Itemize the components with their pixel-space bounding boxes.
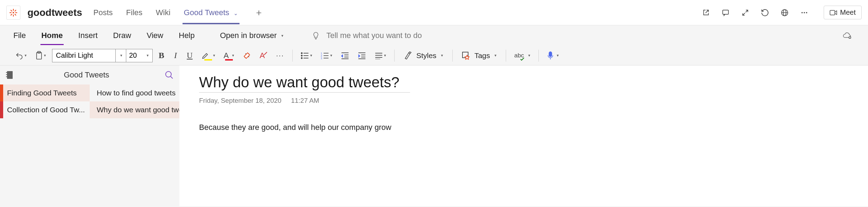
globe-icon[interactable] [780, 8, 789, 17]
page-item[interactable]: Why do we want good twe... [90, 101, 179, 118]
page-canvas[interactable]: Why do we want good tweets? Friday, Sept… [179, 65, 868, 206]
svg-rect-45 [549, 52, 552, 57]
outdent-button[interactable] [338, 49, 352, 62]
expand-icon[interactable] [741, 8, 750, 17]
svg-rect-48 [6, 74, 7, 75]
tell-me-input[interactable] [326, 31, 467, 40]
bullet-list-button[interactable]: ▾ [298, 49, 315, 62]
svg-rect-15 [830, 10, 835, 15]
font-name-input[interactable] [52, 49, 116, 62]
tab-posts[interactable]: Posts [92, 1, 114, 24]
nav-columns: Finding Good Tweets Collection of Good T… [0, 84, 179, 206]
italic-button[interactable]: I [170, 49, 181, 62]
spellcheck-button[interactable]: abc▾ [512, 49, 532, 62]
underline-button[interactable]: U [184, 49, 195, 62]
search-icon[interactable] [165, 70, 174, 80]
meet-button[interactable]: Meet [824, 6, 862, 19]
svg-point-20 [301, 52, 302, 54]
svg-point-13 [804, 12, 805, 13]
tags-button[interactable]: Tags ▾ [458, 50, 500, 62]
dictate-button[interactable]: ▾ [544, 49, 561, 62]
tell-me-search[interactable] [312, 31, 467, 40]
svg-point-14 [806, 12, 807, 13]
section-item[interactable]: Finding Good Tweets [0, 84, 90, 101]
ribbon-tab-view[interactable]: View [146, 26, 164, 45]
notebook-title[interactable]: Good Tweets [8, 70, 165, 80]
font-size-dropdown[interactable]: ▾ [142, 49, 152, 62]
share-icon[interactable] [701, 8, 710, 17]
styles-icon [404, 51, 413, 60]
svg-line-8 [15, 10, 16, 11]
divider [506, 50, 506, 62]
pages-column: How to find good tweets Why do we want g… [90, 84, 179, 206]
font-color-button[interactable]: A▾ [221, 49, 237, 62]
add-tab-button[interactable]: ＋ [254, 6, 263, 19]
tag-star-icon [462, 51, 471, 60]
svg-point-0 [13, 12, 14, 13]
header-actions: Meet [701, 6, 862, 19]
svg-line-5 [11, 10, 12, 11]
page-item[interactable]: How to find good tweets [90, 84, 179, 101]
svg-point-50 [166, 71, 171, 77]
open-in-browser-button[interactable]: Open in browser ▾ [220, 31, 283, 40]
clipboard-button[interactable]: ▾ [33, 49, 49, 62]
svg-text:1: 1 [321, 52, 322, 55]
font-name-dropdown[interactable]: ▾ [116, 49, 126, 62]
section-item[interactable]: Collection of Good Tw... [0, 101, 90, 118]
tags-label: Tags [474, 51, 490, 60]
svg-text:2: 2 [321, 55, 322, 57]
svg-line-7 [11, 14, 12, 15]
chevron-down-icon: ▾ [441, 53, 443, 58]
page-date: Friday, September 18, 2020 [199, 97, 281, 104]
ribbon-tab-home[interactable]: Home [40, 26, 63, 45]
navigation-panel: Good Tweets Finding Good Tweets Collecti… [0, 65, 179, 206]
align-button[interactable]: ▾ [372, 49, 389, 62]
tab-wiki[interactable]: Wiki [154, 1, 172, 24]
svg-point-22 [301, 55, 302, 56]
more-formatting-button[interactable]: ··· [274, 49, 287, 62]
number-list-button[interactable]: 123▾ [318, 49, 335, 62]
ribbon-tab-draw[interactable]: Draw [113, 26, 132, 45]
ribbon-tab-insert[interactable]: Insert [78, 26, 98, 45]
sections-column: Finding Good Tweets Collection of Good T… [0, 84, 90, 206]
ribbon-tab-help[interactable]: Help [178, 26, 195, 45]
refresh-icon[interactable] [760, 8, 770, 17]
font-selector: ▾ ▾ [52, 49, 153, 62]
page-body[interactable]: Because they are good, and will help our… [199, 123, 848, 132]
svg-line-6 [15, 14, 16, 15]
team-name[interactable]: goodtweets [27, 7, 82, 18]
tab-files[interactable]: Files [125, 1, 144, 24]
more-options-icon[interactable] [800, 8, 809, 17]
clear-formatting-button[interactable] [240, 49, 254, 62]
divider [452, 50, 453, 62]
tab-good-tweets[interactable]: Good Tweets ⌄ [183, 1, 240, 24]
bold-button[interactable]: B [156, 49, 167, 62]
svg-point-24 [301, 57, 302, 58]
indent-button[interactable] [355, 49, 369, 62]
page-timestamp: Friday, September 18, 2020 11:27 AM [199, 97, 848, 105]
format-painter-button[interactable]: A [257, 49, 270, 62]
channel-logo [6, 6, 20, 20]
cloud-sync-icon[interactable] [843, 31, 852, 40]
styles-button[interactable]: Styles ▾ [400, 50, 447, 62]
open-in-browser-label: Open in browser [220, 31, 277, 40]
highlight-button[interactable]: ▾ [199, 49, 218, 62]
ribbon-tabs: File Home Insert Draw View Help Open in … [0, 25, 868, 46]
chevron-down-icon: ▾ [494, 53, 497, 58]
font-size-input[interactable] [126, 49, 142, 62]
chevron-down-icon: ▾ [281, 33, 283, 38]
chat-icon[interactable] [721, 8, 730, 17]
nav-header: Good Tweets [0, 65, 179, 84]
video-icon [830, 10, 837, 16]
svg-rect-49 [6, 76, 7, 77]
page-title[interactable]: Why do we want good tweets? [199, 74, 410, 93]
ribbon-tab-file[interactable]: File [13, 26, 26, 45]
meet-label: Meet [840, 8, 856, 17]
lightbulb-icon [312, 31, 320, 40]
svg-line-51 [171, 76, 173, 79]
formatting-toolbar: ▾ ▾ ▾ ▾ B I U ▾ A▾ A ··· ▾ 123▾ ▾ Styles… [0, 46, 868, 65]
divider [394, 50, 395, 62]
content-area: Good Tweets Finding Good Tweets Collecti… [0, 65, 868, 206]
svg-rect-18 [37, 52, 42, 59]
undo-button[interactable]: ▾ [13, 49, 29, 62]
